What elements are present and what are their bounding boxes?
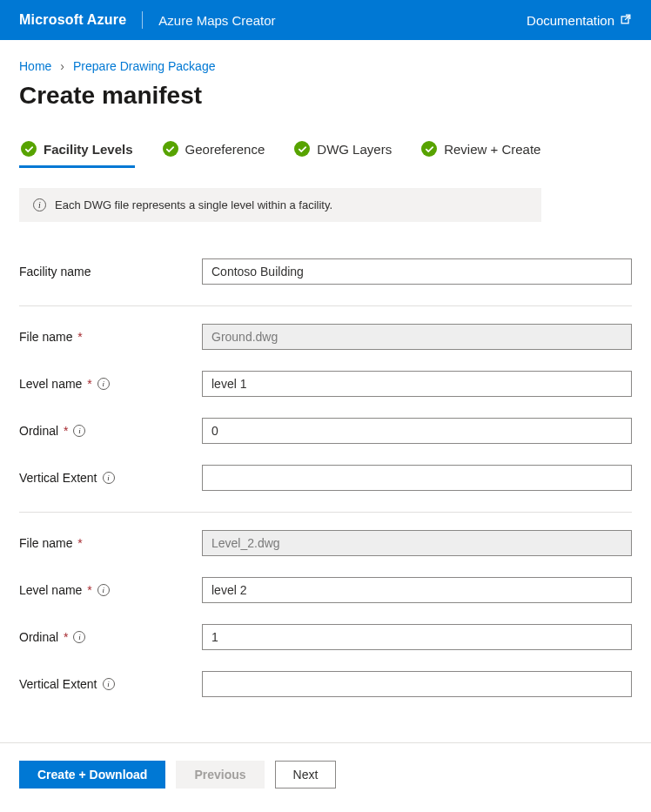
section-divider [19,305,632,306]
page-title: Create manifest [19,82,632,110]
info-icon[interactable]: i [97,378,110,390]
label-ordinal: Ordinal * i [19,630,202,644]
label-level-name: Level name * i [19,583,202,597]
facility-form: Facility name File name * Level name * i… [19,248,632,734]
label-ordinal: Ordinal * i [19,424,202,438]
next-button[interactable]: Next [275,761,337,789]
external-link-icon [620,13,632,28]
ordinal-input[interactable] [202,624,632,650]
row-facility-name: Facility name [19,248,632,295]
tab-label: Facility Levels [44,142,133,157]
check-circle-icon [21,141,37,157]
create-download-button[interactable]: Create + Download [19,761,165,789]
label-level-name: Level name * i [19,377,202,391]
check-circle-icon [294,141,310,157]
check-circle-icon [163,141,178,157]
breadcrumb: Home › Prepare Drawing Package [19,59,632,73]
row-vertical-extent: Vertical Extent i [19,661,632,708]
info-icon[interactable]: i [73,631,85,643]
row-ordinal: Ordinal * i [19,614,632,661]
tab-label: Review + Create [444,142,540,157]
info-icon[interactable]: i [103,472,115,484]
row-file-name: File name * [19,313,632,360]
info-icon: i [33,198,46,211]
tab-facility-levels[interactable]: Facility Levels [19,134,135,168]
wizard-footer: Create + Download Previous Next [0,742,651,812]
product-name: Azure Maps Creator [158,13,275,28]
ordinal-input[interactable] [202,418,632,444]
label-file-name: File name * [19,536,202,550]
vertical-extent-input[interactable] [202,465,632,491]
facility-name-input[interactable] [202,258,632,285]
section-divider [19,512,632,513]
row-file-name: File name * [19,520,632,567]
info-text: Each DWG file represents a single level … [55,198,332,211]
tab-label: DWG Layers [317,142,392,157]
documentation-link[interactable]: Documentation [527,13,632,28]
documentation-label: Documentation [527,13,614,28]
tab-dwg-layers[interactable]: DWG Layers [292,134,393,168]
vertical-extent-input[interactable] [202,671,632,697]
brand-separator [142,11,143,29]
label-facility-name: Facility name [19,265,202,278]
info-icon[interactable]: i [73,425,85,437]
chevron-right-icon: › [60,59,64,73]
check-circle-icon [421,141,437,157]
row-level-name: Level name * i [19,567,632,614]
label-file-name: File name * [19,330,202,344]
row-ordinal: Ordinal * i [19,407,632,454]
previous-button: Previous [176,761,264,789]
wizard-tabs: Facility Levels Georeference DWG Layers … [19,134,632,169]
level-name-input[interactable] [202,371,632,397]
breadcrumb-prepare-drawing[interactable]: Prepare Drawing Package [73,59,215,73]
top-bar: Microsoft Azure Azure Maps Creator Docum… [0,0,651,40]
tab-review-create[interactable]: Review + Create [419,134,542,168]
info-banner: i Each DWG file represents a single leve… [19,188,541,222]
row-level-name: Level name * i [19,360,632,407]
tab-label: Georeference [185,142,265,157]
breadcrumb-home[interactable]: Home [19,59,51,73]
info-icon[interactable]: i [103,678,115,690]
label-vertical-extent: Vertical Extent i [19,677,202,691]
info-icon[interactable]: i [97,584,110,596]
level-name-input[interactable] [202,577,632,603]
tab-georeference[interactable]: Georeference [161,134,267,168]
brand-logo: Microsoft Azure [19,12,126,28]
label-vertical-extent: Vertical Extent i [19,471,202,485]
file-name-input [202,530,632,556]
file-name-input [202,324,632,350]
row-vertical-extent: Vertical Extent i [19,454,632,501]
